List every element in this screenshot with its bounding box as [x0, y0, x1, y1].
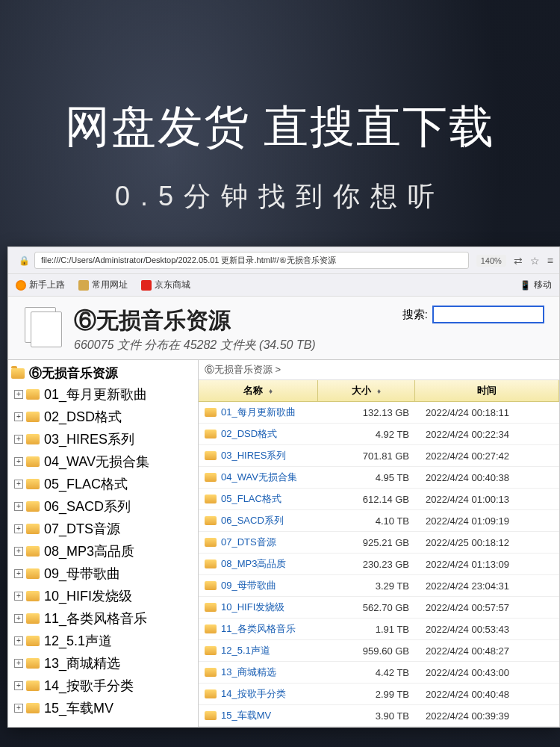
expand-icon[interactable]: +	[14, 502, 23, 511]
documents-icon	[23, 306, 65, 347]
expand-icon[interactable]: +	[14, 390, 23, 399]
tree-item[interactable]: +09_母带歌曲	[8, 562, 198, 585]
tree-item[interactable]: +13_商城精选	[8, 652, 198, 675]
folder-icon	[205, 516, 217, 525]
expand-icon[interactable]: +	[14, 659, 23, 668]
column-name[interactable]: 名称 ♦	[199, 380, 318, 401]
table-row[interactable]: 02_DSD格式4.92 TB2022/4/24 00:22:34	[199, 424, 559, 445]
firefox-icon	[16, 280, 26, 291]
bookmark-newbie[interactable]: 新手上路	[16, 279, 65, 291]
expand-icon[interactable]: +	[14, 480, 23, 489]
column-size[interactable]: 大小 ♦	[318, 380, 415, 401]
cell-size: 925.21 GB	[318, 533, 415, 552]
tree-item-label: 12_5.1声道	[44, 632, 112, 650]
cell-size: 4.92 TB	[318, 425, 415, 444]
table-row[interactable]: 05_FLAC格式612.14 GB2022/4/24 01:00:13	[199, 489, 559, 510]
cell-name[interactable]: 14_按歌手分类	[199, 684, 318, 704]
table-row[interactable]: 07_DTS音源925.21 GB2022/4/25 00:18:12	[199, 532, 559, 554]
tree-item-label: 06_SACD系列	[44, 498, 131, 515]
cell-name[interactable]: 03_HIRES系列	[199, 445, 318, 466]
promo-title: 网盘发货 直搜直下载	[0, 97, 560, 158]
tree-item[interactable]: +14_按歌手分类	[8, 675, 198, 697]
cell-name[interactable]: 13_商城精选	[199, 662, 318, 683]
bookmark-mobile[interactable]: 移动	[534, 279, 552, 291]
cell-name[interactable]: 07_DTS音源	[199, 532, 318, 553]
table-row[interactable]: 03_HIRES系列701.81 GB2022/4/24 00:27:42	[199, 445, 559, 467]
translate-icon[interactable]: ⇄	[514, 255, 523, 267]
folder-open-icon	[11, 368, 25, 379]
more-icon[interactable]: ≡	[547, 255, 553, 267]
folder-icon	[205, 624, 217, 633]
folder-icon	[205, 603, 217, 612]
tree-item[interactable]: +04_WAV无损合集	[8, 450, 198, 473]
folder-icon	[26, 501, 40, 512]
folder-icon	[205, 711, 217, 720]
table-row[interactable]: 12_5.1声道959.60 GB2022/4/24 00:48:27	[199, 640, 559, 662]
table-row[interactable]: 06_SACD系列4.10 TB2022/4/24 01:09:19	[199, 510, 559, 532]
table-row[interactable]: 09_母带歌曲3.29 TB2022/4/24 23:04:31	[199, 575, 559, 597]
tree-item[interactable]: +03_HIRES系列	[8, 428, 198, 450]
tree-root[interactable]: ⑥无损音乐资源	[8, 363, 198, 383]
expand-icon[interactable]: +	[14, 547, 23, 556]
expand-icon[interactable]: +	[14, 569, 23, 578]
expand-icon[interactable]: +	[14, 412, 23, 421]
search-input[interactable]	[432, 306, 544, 323]
cell-name[interactable]: 05_FLAC格式	[199, 489, 318, 509]
cell-name[interactable]: 04_WAV无损合集	[199, 467, 318, 488]
tree-item[interactable]: +07_DTS音源	[8, 518, 198, 540]
table-row[interactable]: 01_每月更新歌曲132.13 GB2022/4/24 00:18:11	[199, 402, 559, 424]
cell-name[interactable]: 12_5.1声道	[199, 640, 318, 661]
table-row[interactable]: 04_WAV无损合集4.95 TB2022/4/24 00:40:38	[199, 467, 559, 489]
bookmark-star-icon[interactable]: ☆	[530, 255, 540, 267]
cell-name[interactable]: 02_DSD格式	[199, 424, 318, 444]
expand-icon[interactable]: +	[14, 636, 23, 645]
folder-icon	[205, 689, 217, 698]
mobile-icon[interactable]: 📱	[520, 280, 531, 291]
table-row[interactable]: 13_商城精选4.42 TB2022/4/24 00:43:00	[199, 662, 559, 684]
cell-name[interactable]: 15_车载MV	[199, 705, 318, 726]
cell-name[interactable]: 09_母带歌曲	[199, 575, 318, 596]
table-row[interactable]: 14_按歌手分类2.99 TB2022/4/24 00:40:48	[199, 684, 559, 705]
column-time[interactable]: 时间	[415, 380, 559, 401]
tree-item-label: 05_FLAC格式	[44, 475, 128, 493]
expand-icon[interactable]: +	[14, 457, 23, 466]
expand-icon[interactable]: +	[14, 614, 23, 623]
cell-time: 2022/4/24 00:22:34	[415, 425, 559, 444]
tree-item[interactable]: +10_HIFI发烧级	[8, 585, 198, 607]
zoom-level[interactable]: 140%	[476, 255, 506, 267]
expand-icon[interactable]: +	[14, 704, 23, 713]
expand-icon[interactable]: +	[14, 592, 23, 601]
folder-icon	[26, 434, 40, 444]
table-row[interactable]: 10_HIFI发烧级562.70 GB2022/4/24 00:57:57	[199, 597, 559, 619]
cell-size: 701.81 GB	[318, 447, 415, 465]
promo-headline: 网盘发货 直搜直下载 0.5分钟找到你想听	[0, 0, 560, 215]
tree-item[interactable]: +15_车载MV	[8, 697, 198, 719]
bookmark-jd[interactable]: 京东商城	[141, 279, 190, 291]
url-field[interactable]: file:///C:/Users/Administrator/Desktop/2…	[34, 252, 469, 269]
bookmark-common[interactable]: 常用网址	[78, 279, 128, 291]
table-row[interactable]: 08_MP3高品质230.23 GB2022/4/24 01:13:09	[199, 554, 559, 575]
folder-icon	[78, 280, 89, 291]
tree-item[interactable]: +11_各类风格音乐	[8, 607, 198, 630]
tree-item[interactable]: +01_每月更新歌曲	[8, 383, 198, 406]
expand-icon[interactable]: +	[14, 681, 23, 690]
browser-window: 🔒 file:///C:/Users/Administrator/Desktop…	[7, 247, 560, 728]
expand-icon[interactable]: +	[14, 524, 23, 533]
cell-time: 2022/4/24 00:39:39	[415, 707, 559, 725]
tree-item[interactable]: +05_FLAC格式	[8, 473, 198, 495]
cell-name[interactable]: 06_SACD系列	[199, 510, 318, 531]
tree-item-label: 01_每月更新歌曲	[44, 385, 147, 403]
page-stats: 660075 文件 分布在 45282 文件夹 (34.50 TB)	[74, 338, 316, 353]
cell-name[interactable]: 11_各类风格音乐	[199, 619, 318, 639]
tree-item[interactable]: +08_MP3高品质	[8, 540, 198, 562]
table-row[interactable]: 15_车载MV3.90 TB2022/4/24 00:39:39	[199, 705, 559, 727]
cell-name[interactable]: 08_MP3高品质	[199, 554, 318, 574]
expand-icon[interactable]: +	[14, 435, 23, 444]
breadcrumb[interactable]: ⑥无损音乐资源 >	[199, 360, 559, 380]
tree-item[interactable]: +02_DSD格式	[8, 406, 198, 428]
table-row[interactable]: 11_各类风格音乐1.91 TB2022/4/24 00:53:43	[199, 619, 559, 640]
tree-item[interactable]: +12_5.1声道	[8, 630, 198, 652]
tree-item[interactable]: +06_SACD系列	[8, 495, 198, 518]
cell-name[interactable]: 10_HIFI发烧级	[199, 597, 318, 618]
cell-name[interactable]: 01_每月更新歌曲	[199, 402, 318, 423]
